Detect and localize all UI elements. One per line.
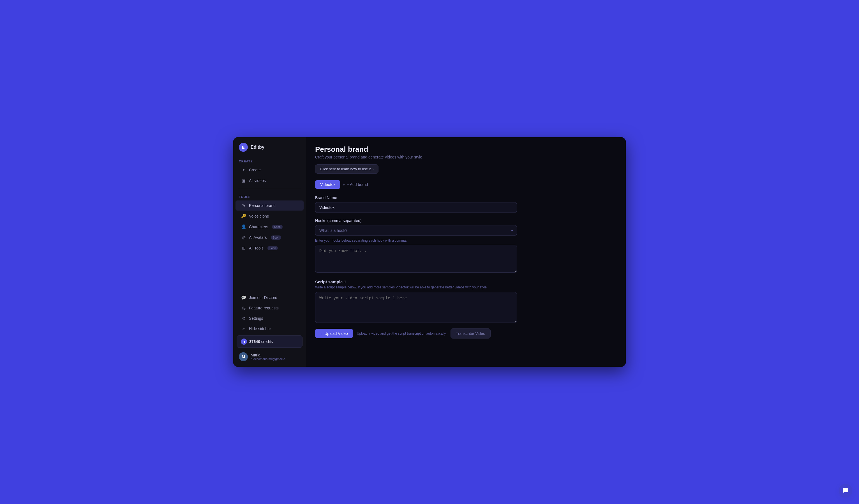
sidebar-item-feature-requests[interactable]: ◎ Feature requests [236, 303, 304, 313]
page-title: Personal brand [315, 145, 617, 154]
sidebar-item-create[interactable]: ✦ Create [236, 165, 304, 175]
user-box[interactable]: M Maria ruoccomaria.mr@gmail.c... [233, 349, 306, 364]
tabs-row: Videotok + + Add brand [315, 180, 617, 189]
credits-box[interactable]: ◑ 37640 credits [237, 335, 302, 348]
upload-hint: Upload a video and get the script transc… [357, 332, 447, 335]
hooks-select-wrapper: What is a hook? ▾ [315, 225, 517, 236]
sidebar-item-hide-sidebar-label: Hide sidebar [249, 327, 271, 331]
chevron-right-icon: › [372, 167, 374, 171]
logo-icon: E [239, 143, 248, 152]
all-tools-badge: Soon [268, 246, 278, 250]
hooks-hint: Enter your hooks below, separating each … [315, 239, 517, 242]
sidebar-divider [238, 189, 301, 189]
sidebar-item-settings[interactable]: ⚙ Settings [236, 313, 304, 324]
credits-text: 37640 credits [249, 340, 273, 344]
personal-brand-icon: ✎ [241, 203, 246, 208]
add-brand-button[interactable]: + + Add brand [343, 182, 368, 187]
hooks-textarea[interactable] [315, 245, 517, 273]
ai-avatars-icon: ◎ [241, 235, 246, 240]
sidebar-item-voice-clone[interactable]: 🔑 Voice clone [236, 211, 304, 221]
transcribe-video-button[interactable]: Transcribe Video [451, 328, 491, 338]
script-sample-textarea[interactable] [315, 292, 517, 323]
script-sample-title: Script sample 1 [315, 280, 517, 284]
sidebar-item-discord[interactable]: 💬 Join our Discord [236, 293, 304, 303]
upload-row: ↑ Upload Video Upload a video and get th… [315, 328, 517, 338]
app-window: E Editby CREATE ✦ Create ▣ All videos TO… [233, 137, 626, 367]
main-content: Personal brand Craft your personal brand… [306, 137, 626, 367]
create-section-label: CREATE [233, 156, 306, 164]
characters-badge: Soon [272, 225, 282, 229]
sidebar-item-all-videos-label: All videos [249, 178, 266, 183]
hide-sidebar-icon: « [241, 326, 246, 331]
tools-section-label: TOOLS [233, 192, 306, 200]
hooks-label: Hooks (comma-separated) [315, 218, 517, 223]
sidebar-item-personal-brand-label: Personal brand [249, 203, 275, 208]
sidebar-item-all-videos[interactable]: ▣ All videos [236, 176, 304, 186]
brand-name-label: Brand Name [315, 195, 517, 200]
sidebar-item-ai-avatars-label: AI Avatars [249, 235, 267, 240]
all-videos-icon: ▣ [241, 178, 246, 183]
user-avatar: M [239, 352, 248, 361]
sidebar-item-discord-label: Join our Discord [249, 295, 277, 300]
upload-video-button[interactable]: ↑ Upload Video [315, 329, 353, 338]
chat-fab-button[interactable] [839, 484, 852, 497]
plus-icon: + [343, 182, 345, 187]
create-icon: ✦ [241, 168, 246, 172]
sidebar-item-characters[interactable]: 👤 Characters Soon [236, 222, 304, 232]
feature-requests-icon: ◎ [241, 305, 246, 311]
credits-icon: ◑ [241, 338, 247, 345]
brand-form: Brand Name Hooks (comma-separated) What … [315, 195, 517, 338]
script-sample-subtitle: Write a script sample below. If you add … [315, 285, 517, 289]
logo-text: Editby [251, 145, 265, 150]
ai-avatars-badge: Soon [271, 235, 281, 240]
sidebar-item-feature-requests-label: Feature requests [249, 306, 279, 310]
tab-videotok[interactable]: Videotok [315, 180, 340, 189]
sidebar-item-hide-sidebar[interactable]: « Hide sidebar [236, 324, 304, 334]
sidebar-logo[interactable]: E Editby [233, 137, 306, 156]
learn-how-button[interactable]: Click here to learn how to use it › [315, 164, 378, 174]
sidebar-item-settings-label: Settings [249, 316, 263, 320]
sidebar: E Editby CREATE ✦ Create ▣ All videos TO… [233, 137, 306, 367]
sidebar-bottom: 💬 Join our Discord ◎ Feature requests ⚙ … [233, 292, 306, 367]
hooks-select[interactable]: What is a hook? [315, 225, 517, 236]
voice-clone-icon: 🔑 [241, 214, 246, 219]
sidebar-item-characters-label: Characters [249, 224, 268, 229]
chat-icon [842, 487, 849, 494]
sidebar-item-voice-clone-label: Voice clone [249, 214, 269, 218]
user-email: ruoccomaria.mr@gmail.c... [251, 357, 288, 361]
user-name: Maria [251, 353, 288, 357]
sidebar-item-all-tools-label: All Tools [249, 246, 263, 250]
all-tools-icon: ⊞ [241, 246, 246, 251]
settings-icon: ⚙ [241, 316, 246, 321]
page-subtitle: Craft your personal brand and generate v… [315, 155, 617, 159]
sidebar-item-create-label: Create [249, 168, 261, 172]
characters-icon: 👤 [241, 224, 246, 229]
sidebar-item-personal-brand[interactable]: ✎ Personal brand [236, 201, 304, 210]
sidebar-item-all-tools[interactable]: ⊞ All Tools Soon [236, 243, 304, 253]
discord-icon: 💬 [241, 295, 246, 300]
upload-icon: ↑ [320, 331, 322, 336]
sidebar-item-ai-avatars[interactable]: ◎ AI Avatars Soon [236, 232, 304, 242]
brand-name-input[interactable] [315, 202, 517, 213]
